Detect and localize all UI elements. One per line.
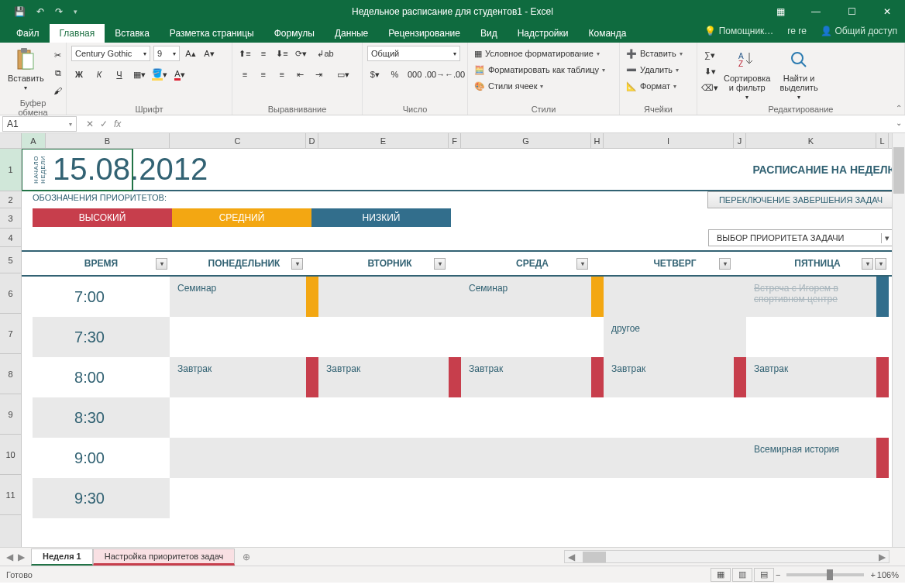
underline-button[interactable]: Ч [112,67,127,82]
row-5[interactable]: 5 [0,247,21,273]
cell-tue-730[interactable] [318,317,449,357]
col-F[interactable]: F [449,133,461,148]
filter-mon-icon[interactable]: ▾ [291,258,303,270]
cell-thu-800[interactable]: Завтрак [604,357,734,397]
tab-team[interactable]: Команда [579,24,637,43]
row-8[interactable]: 8 [0,354,21,394]
formula-input[interactable] [130,116,905,132]
filter-thu-icon[interactable]: ▾ [719,258,731,270]
row-6[interactable]: 6 [0,273,21,314]
priority-select-dropdown[interactable]: ВЫБОР ПРИОРИТЕТА ЗАДАЧИ [708,229,894,246]
view-pagelayout-icon[interactable]: ▥ [732,568,752,582]
cell-fri-700[interactable]: Встреча с Игорем в спортивном центре [746,277,876,317]
filter-wed-icon[interactable]: ▾ [576,258,588,270]
enter-formula-icon[interactable]: ✓ [100,119,108,129]
cell-time-730[interactable]: 7:30 [33,317,170,357]
align-right-icon[interactable]: ≡ [274,67,290,82]
tab-addins[interactable]: Надстройки [508,24,579,43]
insert-cells-button[interactable]: ➕Вставить▾ [625,46,692,61]
cell-time-800[interactable]: 8:00 [33,357,170,397]
sheet-tab-week1[interactable]: Неделя 1 [31,548,93,566]
tab-formulas[interactable]: Формулы [264,24,325,43]
font-name-select[interactable]: Century Gothic▾ [71,46,150,61]
col-B[interactable]: B [46,133,170,148]
merge-icon[interactable]: ▭▾ [329,67,357,82]
row-10[interactable]: 10 [0,435,21,475]
number-format-select[interactable]: Общий▾ [367,46,460,61]
cell-fri-900[interactable]: Всемирная история [746,438,876,478]
col-A[interactable]: A [22,133,46,148]
grow-font-icon[interactable]: A▴ [183,46,198,61]
cell-fri-800[interactable]: Завтрак [746,357,876,397]
align-left-icon[interactable]: ≡ [237,67,253,82]
filter-tue-icon[interactable]: ▾ [434,258,446,270]
align-top-icon[interactable]: ⬆≡ [237,46,253,61]
wrap-text-icon[interactable]: ↲ab [311,46,339,61]
orientation-icon[interactable]: ⟳▾ [293,46,308,61]
col-J[interactable]: J [734,133,746,148]
format-cells-button[interactable]: 📐Формат▾ [625,78,692,94]
cell-wed-730[interactable] [461,317,591,357]
cell-tue-800[interactable]: Завтрак [318,357,449,397]
ribbon-options-icon[interactable]: ▦ [762,0,798,23]
sheet-tab-priorities[interactable]: Настройка приоритетов задач [93,548,236,566]
row-3[interactable]: 3 [0,208,21,229]
comma-icon[interactable]: 000 [407,67,422,82]
borders-icon[interactable]: ▦▾ [132,67,147,82]
redo-icon[interactable]: ↷ [55,6,63,17]
cell-thu-700[interactable] [604,277,734,317]
bold-button[interactable]: Ж [71,67,87,82]
col-C[interactable]: C [170,133,306,148]
cell-thu-730[interactable]: другое [604,317,734,357]
view-normal-icon[interactable]: ▦ [711,568,731,582]
col-L[interactable]: L [876,133,889,148]
filter-fri-icon[interactable]: ▾ [862,258,873,270]
col-E[interactable]: E [318,133,449,148]
col-D[interactable]: D [306,133,318,148]
cell-mon-700[interactable]: Семинар [170,277,306,317]
inc-decimal-icon[interactable]: .00→ [427,67,442,82]
close-button[interactable]: ✕ [869,0,905,23]
align-bottom-icon[interactable]: ⬇≡ [274,46,290,61]
add-sheet-icon[interactable]: ⊕ [235,552,258,562]
save-icon[interactable]: 💾 [14,6,26,17]
font-color-icon[interactable]: A▾ [172,67,188,82]
indent-dec-icon[interactable]: ⇤ [293,67,308,82]
tab-review[interactable]: Рецензирование [378,24,470,43]
tab-layout[interactable]: Разметка страницы [160,24,264,43]
col-H[interactable]: H [591,133,604,148]
shrink-font-icon[interactable]: A▾ [201,46,217,61]
sheet-nav-prev-icon[interactable]: ◀ [6,552,13,562]
find-select-button[interactable]: Найти и выделить▾ [776,46,821,102]
currency-icon[interactable]: $▾ [367,67,383,82]
select-all-corner[interactable] [0,133,22,148]
zoom-level[interactable]: 106% [877,570,899,579]
expand-formula-icon[interactable]: ⌄ [896,119,902,127]
collapse-ribbon-icon[interactable]: ⌃ [896,104,902,112]
tab-insert[interactable]: Вставка [105,24,160,43]
col-K[interactable]: K [746,133,876,148]
vertical-scrollbar[interactable] [892,133,905,547]
delete-cells-button[interactable]: ➖Удалить▾ [625,62,692,77]
row-9[interactable]: 9 [0,394,21,435]
sheet-nav-next-icon[interactable]: ▶ [18,552,25,562]
row-7[interactable]: 7 [0,314,21,354]
zoom-slider[interactable] [786,573,864,576]
cell-time-830[interactable]: 8:30 [33,397,170,438]
toggle-completion-button[interactable]: ПЕРЕКЛЮЧЕНИЕ ЗАВЕРШЕНИЯ ЗАДАЧ [707,191,894,208]
fx-icon[interactable]: fx [114,119,121,129]
cell-wed-700[interactable]: Семинар [461,277,591,317]
copy-icon[interactable]: ⧉ [50,65,66,81]
cell-styles-button[interactable]: 🎨Стили ячеек▾ [473,78,614,94]
cell-fri-730[interactable] [746,317,876,357]
name-box[interactable]: A1▾ [2,116,77,132]
dec-decimal-icon[interactable]: ←.00 [447,67,463,82]
cell-mon-800[interactable]: Завтрак [170,357,306,397]
view-pagebreak-icon[interactable]: ▤ [754,568,774,582]
week-start-date[interactable]: 15.08.2012 [53,152,208,187]
paste-button[interactable]: Вставить ▾ [5,46,47,93]
align-middle-icon[interactable]: ≡ [256,46,271,61]
format-painter-icon[interactable]: 🖌 [50,83,66,98]
clear-icon[interactable]: ⌫▾ [702,80,717,95]
format-table-button[interactable]: 🧮Форматировать как таблицу▾ [473,62,614,77]
